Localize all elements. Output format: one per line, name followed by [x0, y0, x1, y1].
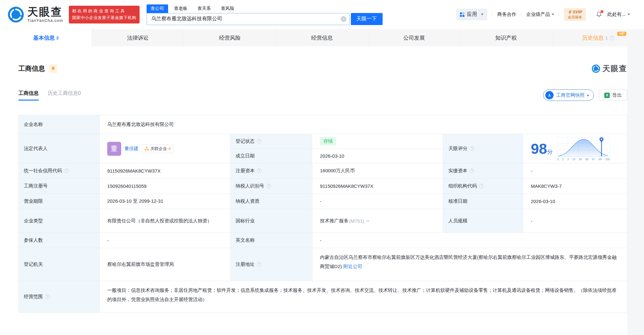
org-code-value: MAK8CYW3-7	[523, 179, 627, 194]
field-label: 英文名称	[231, 233, 312, 248]
official-snapshot-button[interactable]: 工商官网快照 ▸	[543, 89, 594, 101]
table-row: 参保人数 - 英文名称 -	[19, 233, 627, 248]
tab-operation-info[interactable]: 经营信息	[276, 29, 368, 46]
caret-down-icon	[628, 14, 630, 15]
page: 天眼查 TianYanCha.com 都在用的商业查询工具 国家中小企业发展子基…	[0, 0, 644, 335]
related-companies-badge[interactable]: 关联企业 4	[142, 144, 174, 153]
score-chart: 0131550859799100	[557, 136, 610, 161]
help-icon[interactable]: ?	[470, 168, 474, 173]
business-info-card: 工商信息 天眼查	[0, 46, 627, 335]
tianyancha-logo-icon	[8, 6, 24, 23]
help-icon[interactable]: ?	[479, 184, 484, 188]
table-row: 统一社会信用代码 ? 91150926MAK8CYW37X 注册资本 ? 160…	[19, 163, 627, 179]
subscribe-bell-button[interactable]	[49, 64, 57, 73]
company-tabbar: 基本信息 2 法律诉讼 经营风险 经营信息 公司发展 知识产权 历史信息 1 ?…	[0, 29, 644, 46]
paid-capital-value: -	[523, 163, 627, 179]
apps-button[interactable]: 应用	[456, 9, 487, 20]
field-label: 登记状态 ?	[230, 134, 312, 149]
clear-icon[interactable]: ×	[341, 16, 346, 22]
help-icon[interactable]: ?	[609, 36, 614, 40]
field-label: 人员规模	[443, 209, 523, 233]
search-tab-risk[interactable]: 查风险	[217, 4, 239, 13]
help-icon[interactable]: ?	[45, 294, 50, 299]
tianyancha-logo[interactable]: 天眼查 TianYanCha.com	[8, 6, 63, 23]
search-tab-company[interactable]: 查公司	[147, 4, 168, 13]
section-title: 工商信息	[18, 64, 45, 73]
table-row: 企业类型 有限责任公司（非自然人投资或控股的法人独资） 国标行业 技术推广服务 …	[19, 209, 627, 233]
staff-size-value: -	[523, 209, 627, 233]
avatar[interactable]: 董	[107, 142, 121, 156]
cooperation-link[interactable]: 商务合作	[497, 11, 516, 17]
subtab-history-business-info[interactable]: 历史工商信息0	[48, 90, 81, 97]
field-label: 工商注册号	[19, 179, 100, 194]
tab-basic-info[interactable]: 基本信息 2	[0, 29, 92, 46]
svip-button[interactable]: ♛ SVIP 会员服务	[564, 8, 586, 21]
subtab-business-info[interactable]: 工商信息	[18, 90, 39, 101]
status-badge: 存续	[320, 137, 336, 146]
watermark-text: 天眼查	[602, 63, 627, 74]
address-cell: 内蒙古自治区乌兰察布市察哈尔右翼前旗新区万达美化酒店暨民营经济大厦(察哈尔右翼前…	[312, 248, 627, 281]
field-label: 注册资本 ?	[231, 163, 312, 179]
divider	[559, 12, 559, 17]
watermark-logo-icon	[592, 64, 600, 73]
tab-company-development[interactable]: 公司发展	[368, 29, 460, 46]
field-label: 企业类型	[19, 209, 100, 233]
export-button[interactable]: X 导出	[599, 89, 627, 101]
tab-history-info[interactable]: 历史信息 1 ? VIP	[552, 29, 644, 46]
caret-down-icon	[481, 14, 483, 15]
help-icon[interactable]: ?	[64, 168, 69, 173]
table-row: 经营范围 ? 一般项目：信息技术咨询服务；非居住房地产租赁；软件开发；信息系统集…	[19, 281, 627, 313]
tab-intellectual-property[interactable]: 知识产权	[460, 29, 552, 46]
company-type-value: 有限责任公司（非自然人投资或控股的法人独资）	[100, 209, 231, 233]
more-link[interactable]: 此处有...	[607, 11, 630, 17]
subtabs: 工商信息 历史工商信息0	[18, 90, 81, 101]
search-button[interactable]: 天眼一下	[351, 13, 383, 25]
table-row: 登记机关 察哈尔右翼前旗市场监督管理局 注册地址 ? 内蒙古自治区乌兰察布市察哈…	[19, 248, 627, 281]
help-icon[interactable]: ?	[470, 146, 474, 151]
field-label: 国标行业	[231, 209, 312, 233]
stamp-icon	[545, 91, 554, 99]
score-pin-icon	[600, 137, 603, 142]
snapshot-arrow-icon: ▸	[587, 93, 589, 97]
nearby-companies-link[interactable]: 附近公司	[343, 264, 362, 269]
help-icon[interactable]: ?	[257, 139, 261, 144]
business-term-value: 2026-03-10 至 2099-12-31	[100, 194, 231, 209]
section-header: 工商信息 天眼查	[18, 46, 627, 74]
field-label: 纳税人识别号 ?	[231, 179, 312, 194]
enterprise-link[interactable]: 企业级产品	[526, 11, 554, 17]
reg-capital-value: 160000万人民币	[312, 163, 444, 179]
registry-value: 察哈尔右翼前旗市场监督管理局	[100, 248, 231, 281]
business-scope-value: 一般项目：信息技术咨询服务；非居住房地产租赁；软件开发；信息系统集成服务；技术服…	[100, 281, 627, 313]
notification-bell[interactable]	[595, 11, 602, 18]
apps-grid-icon	[460, 12, 464, 17]
help-icon[interactable]: ?	[257, 168, 262, 173]
reg-status-cell: 存续	[312, 134, 443, 149]
search-input[interactable]	[147, 13, 350, 25]
tab-operation-risk[interactable]: 经营风险	[184, 29, 276, 46]
tab-legal-litigation[interactable]: 法律诉讼	[92, 29, 184, 46]
industry-caret-icon[interactable]	[366, 220, 370, 222]
bell-icon	[51, 66, 56, 71]
score-value: 98分	[531, 141, 553, 156]
tab-count: 1	[605, 36, 608, 40]
uscc-value: 91150926MAK8CYW37X	[100, 163, 231, 179]
logo-subtitle: TianYanCha.com	[27, 18, 63, 23]
header-nav: 应用 商务合作 企业级产品 ♛ SVIP 会员服务	[456, 8, 630, 21]
caret-down-icon	[552, 14, 554, 15]
field-label: 纳税人资质	[231, 194, 312, 209]
reg-no-value: 150926040115059	[100, 179, 231, 194]
divider	[492, 12, 492, 17]
field-label: 核准日期	[443, 194, 523, 209]
industry-code: (M751)	[349, 218, 365, 224]
help-icon[interactable]: ?	[257, 262, 262, 267]
vip-badge: VIP	[617, 32, 626, 36]
promo-badge: 都在用的商业查询工具 国家中小企业发展子基金旗下机构	[69, 6, 140, 23]
field-label: 天眼评分 ?	[443, 134, 523, 163]
score-curve-chart	[557, 136, 610, 157]
search-tab-boss[interactable]: 查老板	[170, 4, 192, 13]
field-label: 经营范围 ?	[19, 281, 100, 313]
legal-rep-link[interactable]: 董佳建	[124, 146, 139, 152]
help-icon[interactable]: ?	[266, 184, 271, 188]
search-tab-relation[interactable]: 查关系	[194, 4, 215, 13]
search-area: 查公司 查老板 查关系 查风险 × 天眼一下	[147, 4, 383, 25]
